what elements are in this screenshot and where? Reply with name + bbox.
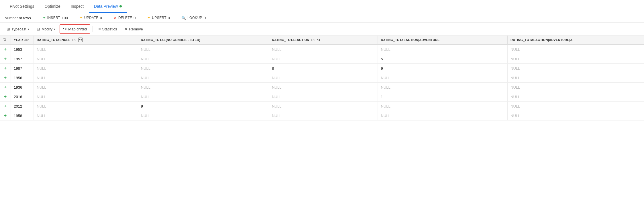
row-add-btn[interactable]: + [0,54,11,64]
map-drifted-col-icon[interactable]: ↪ [78,38,83,42]
cell-rating-totalnull: NULL [34,44,138,54]
modify-icon: ⊟ [37,27,40,31]
cell-rating-totalnull: NULL [34,64,138,73]
cell-rating-totalaction-adventure-a: NULL [508,102,644,111]
lookup-label: LOOKUP [187,16,202,20]
data-table: ⇅ YEAR abc RATING_TOTALNULL 12↓ ↪ [0,36,644,120]
table-row: + 1957 NULL NULL NULL 5 NULL [0,54,644,64]
cell-year: 1958 [11,111,34,120]
row-add-btn[interactable]: + [0,111,11,120]
map-drifted-button[interactable]: ↪ Map drifted [60,24,90,34]
lookup-icon: 🔍 [181,16,186,20]
stat-insert: ✦ INSERT 100 [42,15,68,20]
add-row-icon[interactable]: + [3,47,8,52]
table-row: + 1936 NULL NULL NULL NULL NULL [0,83,644,92]
row-add-btn[interactable]: + [0,44,11,54]
row-add-btn[interactable]: + [0,73,11,83]
cell-rating-totalaction-adventure: NULL [378,83,508,92]
th-rating-total-no-genres: RATING_TOTAL(NO GENRES LISTED) [138,36,269,44]
tab-optimize[interactable]: Optimize [40,0,66,13]
sort-arrows-icon[interactable]: ⇅ [3,38,6,42]
modify-chevron: ▾ [54,28,55,31]
delete-label: DELETE [118,16,132,20]
cell-rating-totalaction-adventure: NULL [378,111,508,120]
delete-icon: ✕ [113,15,117,20]
cell-rating-totalaction-adventure-a: NULL [508,54,644,64]
row-add-btn[interactable]: + [0,83,11,92]
remove-icon: ✕ [125,27,128,31]
cell-rating-totalaction-adventure-a: NULL [508,83,644,92]
cell-rating-total-no-genres: NULL [138,64,269,73]
delete-value: 0 [133,16,136,20]
rating-totalaction-adventure-a-label: RATING_TOTALACTION|ADVENTURE|A [511,38,573,42]
rating-totalaction-label: RATING_TOTALACTION [272,38,309,42]
toolbar-separator [93,26,93,32]
add-row-icon[interactable]: + [3,56,8,61]
row-add-btn[interactable]: + [0,92,11,102]
data-preview-dot [119,5,122,7]
remove-button[interactable]: ✕ Remove [121,25,146,33]
add-row-icon[interactable]: + [3,66,8,71]
th-rating-totalaction: RATING_TOTALACTION 12↓ ↪ [269,36,378,44]
add-row-icon[interactable]: + [3,85,8,90]
typecast-label: Typecast [11,27,26,31]
stat-update: ✦ UPDATE 0 [79,15,102,20]
th-year: YEAR abc [11,36,34,44]
cell-rating-total-no-genres: NULL [138,92,269,102]
th-rating-totalaction-adventure-a: RATING_TOTALACTION|ADVENTURE|A [508,36,644,44]
cell-rating-totalnull: NULL [34,92,138,102]
data-table-container: ⇅ YEAR abc RATING_TOTALNULL 12↓ ↪ [0,36,644,209]
year-type-badge: abc [24,38,29,42]
upsert-value: 0 [168,16,170,20]
cell-rating-totalaction-adventure: NULL [378,44,508,54]
cell-year: 1936 [11,83,34,92]
cell-rating-total-no-genres: 9 [138,102,269,111]
add-row-icon[interactable]: + [3,113,8,118]
stat-lookup: 🔍 LOOKUP 0 [181,16,206,20]
cell-rating-total-no-genres: NULL [138,54,269,64]
cell-rating-totalaction-adventure: NULL [378,73,508,83]
year-col-label: YEAR [14,38,23,42]
statistics-label: Statistics [102,27,117,31]
cell-rating-total-no-genres: NULL [138,73,269,83]
remove-label: Remove [129,27,143,31]
table-row: + 1956 NULL NULL NULL NULL NULL [0,73,644,83]
cell-rating-totalnull: NULL [34,111,138,120]
cell-rating-totalaction: NULL [269,73,378,83]
toolbar: ⊞ Typecast ▾ ⊟ Modify ▾ ↪ Map drifted ≡ … [0,23,644,36]
tab-inspect[interactable]: Inspect [66,0,89,13]
cell-rating-totalaction: NULL [269,54,378,64]
add-row-icon[interactable]: + [3,104,8,108]
cell-rating-totalaction-adventure-a: NULL [508,73,644,83]
th-sort: ⇅ [0,36,11,44]
row-add-btn[interactable]: + [0,102,11,111]
rating-totalaction-map-icon[interactable]: ↪ [317,38,320,42]
add-row-icon[interactable]: + [3,94,8,99]
add-row-icon[interactable]: + [3,75,8,80]
statistics-button[interactable]: ≡ Statistics [95,25,120,33]
cell-rating-totalnull: NULL [34,73,138,83]
rows-label: Number of rows [5,16,31,20]
cell-rating-totalaction: NULL [269,44,378,54]
upsert-label: UPSERT [152,16,166,20]
tab-data-preview[interactable]: Data Preview [89,0,127,13]
typecast-button[interactable]: ⊞ Typecast ▾ [3,25,32,33]
tab-pivot-settings[interactable]: Pivot Settings [5,0,40,13]
rating-totalnull-type: 12↓ [72,38,77,42]
typecast-chevron: ▾ [28,28,29,31]
rating-total-no-genres-label: RATING_TOTAL(NO GENRES LISTED) [141,38,201,42]
rating-totalaction-adventure-label: RATING_TOTALACTION|ADVENTURE [381,38,439,42]
row-add-btn[interactable]: + [0,64,11,73]
cell-rating-totalaction: 8 [269,64,378,73]
cell-rating-totalaction-adventure: 1 [378,92,508,102]
table-row: + 1958 NULL NULL NULL NULL NULL [0,111,644,120]
insert-label: INSERT [47,16,60,20]
modify-button[interactable]: ⊟ Modify ▾ [34,25,58,33]
update-label: UPDATE [84,16,99,20]
update-value: 0 [100,16,102,20]
cell-year: 2012 [11,102,34,111]
cell-rating-totalaction: NULL [269,83,378,92]
stat-upsert: ✦ UPSERT 0 [147,15,170,20]
cell-rating-total-no-genres: NULL [138,111,269,120]
cell-rating-totalaction-adventure-a: NULL [508,111,644,120]
